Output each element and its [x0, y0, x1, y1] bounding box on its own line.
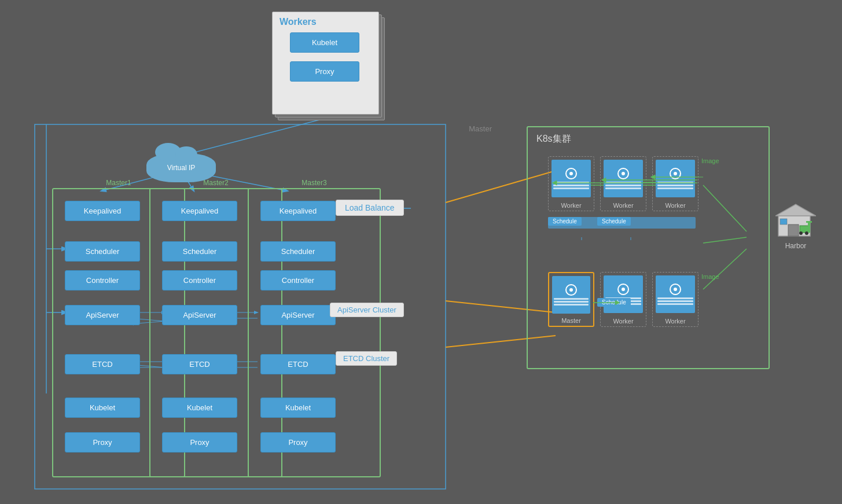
schedule1: Schedule [548, 217, 582, 226]
master2-kubelet: Kubelet [162, 398, 237, 418]
svg-marker-31 [775, 204, 816, 216]
master3-controller: Controller [260, 270, 336, 290]
master1-proxy: Proxy [65, 432, 140, 453]
harbor-icon [775, 201, 816, 239]
harbor-panel: Harbor [770, 197, 822, 255]
k8s-worker3: Worker [652, 156, 698, 211]
master1-label: Master1 [106, 179, 131, 187]
image-label-1: Image [701, 157, 719, 164]
master3-apiserver: ApiServer [260, 305, 336, 325]
load-balance-label: Load Balance [336, 200, 404, 216]
k8s-panel: K8s集群 Worker [527, 126, 770, 369]
virtual-ip-cloud: Virtual IP [146, 153, 216, 182]
master1-kubelet: Kubelet [65, 398, 140, 418]
k8s-worker5: Worker [652, 272, 698, 327]
master3-group: Master3 Keepalived Scheduler Controller … [248, 188, 381, 477]
master-label: Master [469, 124, 492, 133]
worker4-icon [617, 284, 629, 295]
master1-controller: Controller [65, 270, 140, 290]
master2-proxy: Proxy [162, 432, 237, 453]
svg-point-35 [799, 231, 803, 235]
master-icon [565, 284, 577, 296]
image-label-2: Image [701, 273, 719, 280]
master2-label: Master2 [203, 179, 228, 187]
schedule2: Schedule [597, 217, 631, 226]
master3-scheduler: Scheduler [260, 241, 336, 262]
master1-apiserver: ApiServer [65, 305, 140, 325]
worker2-label: Worker [601, 202, 646, 209]
virtual-ip-label: Virtual IP [167, 164, 195, 172]
k8s-title: K8s集群 [528, 127, 769, 151]
etcd-cluster-label: ETCD Cluster [336, 351, 397, 366]
master2-apiserver: ApiServer [162, 305, 237, 325]
master-node-label: Master [549, 317, 593, 324]
k8s-worker1: Worker [548, 156, 594, 211]
master3-kubelet: Kubelet [260, 398, 336, 418]
master1-etcd: ETCD [65, 354, 140, 374]
svg-rect-37 [808, 222, 810, 233]
master2-controller: Controller [162, 270, 237, 290]
master2-scheduler: Scheduler [162, 241, 237, 262]
master2-keepalived: Keepalived [162, 201, 237, 221]
diagram-container: Workers Kubelet Proxy Virtual IP Master … [0, 0, 842, 504]
harbor-label: Harbor [785, 242, 807, 250]
workers-panel: Workers Kubelet Proxy [272, 12, 388, 124]
worker1-icon [565, 168, 577, 179]
workers-title: Workers [273, 12, 378, 32]
master1-keepalived: Keepalived [65, 201, 140, 221]
worker4-label: Worker [601, 318, 646, 325]
worker3-label: Worker [653, 202, 698, 209]
k8s-master: Master [548, 272, 594, 327]
worker3-icon [670, 168, 681, 179]
svg-rect-38 [806, 221, 812, 223]
master3-proxy: Proxy [260, 432, 336, 453]
worker5-icon [670, 284, 681, 295]
svg-rect-33 [780, 219, 787, 225]
apiserver-cluster-label: ApiServer Cluster [330, 303, 404, 317]
master1-scheduler: Scheduler [65, 241, 140, 262]
worker2-icon [617, 168, 629, 179]
worker5-label: Worker [653, 318, 698, 325]
workers-proxy: Proxy [290, 61, 359, 82]
svg-rect-32 [788, 225, 799, 236]
master2-etcd: ETCD [162, 354, 237, 374]
schedule-master: Schedule [597, 298, 631, 307]
master3-label: Master3 [301, 179, 326, 187]
master3-etcd: ETCD [260, 354, 336, 374]
worker1-label: Worker [549, 202, 594, 209]
master3-keepalived: Keepalived [260, 201, 336, 221]
k8s-worker2: Worker [600, 156, 646, 211]
workers-kubelet: Kubelet [290, 32, 359, 53]
